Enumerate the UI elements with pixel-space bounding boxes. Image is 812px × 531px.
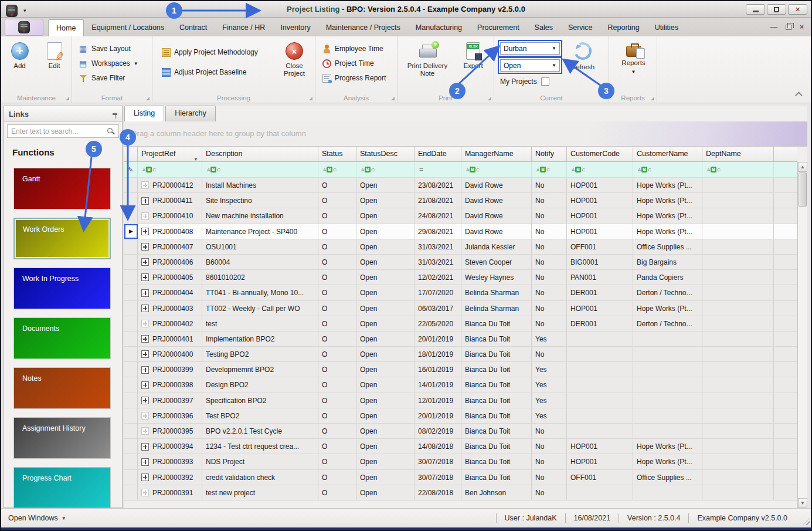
ribbon-tab-equipment-locations[interactable]: Equipment / Locations xyxy=(84,19,172,36)
filter-cell-indicator[interactable]: ✎ xyxy=(124,162,138,178)
table-row-prj0000410[interactable]: PRJ0000410New machine installationOOpen2… xyxy=(124,208,797,224)
table-row-prj0000404[interactable]: PRJ0000404TT041 - Bi-annually, Mono 10..… xyxy=(124,285,797,300)
table-row-prj0000401[interactable]: PRJ0000401Implementation BPO2OOpen20/01/… xyxy=(124,332,797,347)
table-row-prj0000397[interactable]: PRJ0000397Specification BPO2OOpen12/01/2… xyxy=(124,393,797,408)
column-header-notify[interactable]: Notify xyxy=(532,147,567,162)
vertical-scrollbar[interactable]: ▲ ▼ xyxy=(797,162,807,508)
filter-cell-statusdesc[interactable]: ABC xyxy=(356,162,415,178)
table-row-prj0000408[interactable]: ▶PRJ0000408Maintenance Project - SP400OO… xyxy=(124,224,797,239)
collapse-ribbon-icon[interactable] xyxy=(795,92,803,99)
expand-icon[interactable] xyxy=(141,397,149,404)
pin-icon[interactable] xyxy=(113,113,117,115)
expand-icon[interactable] xyxy=(141,212,149,220)
table-row-prj0000396[interactable]: PRJ0000396Test BPO2OOpen20/01/2019Bianca… xyxy=(124,408,797,424)
grid-tab-hierarchy[interactable]: Hierarchy xyxy=(165,106,216,121)
function-button-documents[interactable]: Documents xyxy=(13,317,111,359)
group-by-bar[interactable]: Drag a column header here to group by th… xyxy=(124,121,807,147)
table-row-prj0000391[interactable]: PRJ0000391test new projectOOpen22/08/201… xyxy=(124,485,797,500)
column-header-enddate[interactable]: EndDate xyxy=(415,147,461,162)
scroll-up-icon[interactable]: ▲ xyxy=(798,162,807,172)
table-row-prj0000399[interactable]: PRJ0000399Developmemnt BPO2OOpen16/01/20… xyxy=(124,362,797,377)
expand-icon[interactable] xyxy=(141,366,149,374)
column-header-statusdesc[interactable]: StatusDesc xyxy=(356,147,415,162)
ribbon-tab-inventory[interactable]: Inventory xyxy=(273,19,318,36)
open-windows-button[interactable]: Open Windows ▼ xyxy=(8,514,66,522)
save-layout-button[interactable]: ▦ Save Layout xyxy=(79,43,150,54)
filter-cell-deptname[interactable]: ABC xyxy=(702,162,774,178)
project-time-button[interactable]: Project Time xyxy=(322,58,395,69)
status-dropdown[interactable]: Open ▼ xyxy=(500,59,560,72)
function-button-work-in-progress[interactable]: Work In Progress xyxy=(13,268,111,309)
my-projects-checkbox[interactable] xyxy=(541,77,549,86)
ribbon-tab-contract[interactable]: Contract xyxy=(172,19,215,36)
child-minimize-icon[interactable]: — xyxy=(770,23,777,31)
minimize-button[interactable] xyxy=(746,4,765,15)
table-row-prj0000394[interactable]: PRJ00003941234 - Test ctrt request crea.… xyxy=(124,439,797,454)
filter-cell-customercode[interactable]: ABC xyxy=(567,162,633,178)
table-row-prj0000407[interactable]: PRJ0000407OSU1001OOpen31/03/2021Julanda … xyxy=(124,239,797,255)
column-header-indicator[interactable] xyxy=(124,147,138,162)
region-dropdown[interactable]: Durban ▼ xyxy=(500,42,560,55)
refresh-button[interactable]: Refresh xyxy=(565,40,601,70)
filter-cell-notify[interactable]: ABC xyxy=(532,162,567,178)
export-button[interactable]: Export xyxy=(458,40,488,70)
child-restore-icon[interactable] xyxy=(786,25,791,30)
table-row-prj0000392[interactable]: PRJ0000392credit validation checkOOpen30… xyxy=(124,470,797,485)
expand-icon[interactable] xyxy=(141,243,149,251)
function-button-notes[interactable]: Notes xyxy=(13,367,111,409)
apply-project-methodology-button[interactable]: Apply Project Methodology xyxy=(162,47,276,58)
table-row-prj0000395[interactable]: PRJ0000395BPO v2.2.0.1 Test CycleOOpen08… xyxy=(124,424,797,439)
search-icon[interactable] xyxy=(107,127,115,136)
expand-icon[interactable] xyxy=(141,228,149,235)
expand-icon[interactable] xyxy=(141,381,149,389)
table-row-prj0000412[interactable]: PRJ0000412Install MachinesOOpen23/08/202… xyxy=(124,178,797,193)
function-button-assignment-history[interactable]: Assignment History xyxy=(13,417,111,459)
print-delivery-note-button[interactable]: ? Print Delivery Note xyxy=(405,40,450,77)
expand-icon[interactable] xyxy=(141,427,149,435)
child-close-icon[interactable]: × xyxy=(800,23,804,31)
application-button[interactable] xyxy=(5,19,43,36)
expand-icon[interactable] xyxy=(141,335,149,343)
expand-icon[interactable] xyxy=(141,258,149,266)
expand-icon[interactable] xyxy=(141,458,149,466)
scroll-down-icon[interactable]: ▼ xyxy=(798,498,807,508)
expand-icon[interactable] xyxy=(141,443,149,451)
close-button[interactable]: ✕ xyxy=(788,4,807,15)
function-button-gantt[interactable]: Gantt xyxy=(13,168,111,209)
close-project-button[interactable]: × Close Project xyxy=(276,40,312,77)
ribbon-tab-utilities[interactable]: Utilities xyxy=(647,19,686,36)
edit-button[interactable]: Edit xyxy=(39,40,69,70)
scrollbar-thumb[interactable] xyxy=(799,173,807,207)
expand-icon[interactable] xyxy=(141,350,149,358)
expand-icon[interactable] xyxy=(141,489,149,496)
table-row-prj0000411[interactable]: PRJ0000411Site InspectinoOOpen21/08/2021… xyxy=(124,193,797,208)
ribbon-tab-reporting[interactable]: Reporting xyxy=(600,19,647,36)
progress-report-button[interactable]: Progress Report xyxy=(322,73,395,83)
column-header-customercode[interactable]: CustomerCode xyxy=(567,147,633,162)
resize-grip[interactable] xyxy=(803,518,810,525)
expand-icon[interactable] xyxy=(141,273,149,281)
filter-cell-projectref[interactable]: ABC xyxy=(138,162,202,178)
filter-cell-description[interactable]: ABC xyxy=(202,162,318,178)
table-row-prj0000393[interactable]: PRJ0000393NDS ProjectOOpen30/07/2018Bian… xyxy=(124,454,797,469)
column-header-description[interactable]: Description xyxy=(202,147,318,162)
reports-button[interactable]: Reports ▼ xyxy=(616,40,652,76)
expand-icon[interactable] xyxy=(141,412,149,420)
ribbon-tab-procurement[interactable]: Procurement xyxy=(470,19,527,36)
expand-icon[interactable] xyxy=(141,197,149,205)
expand-icon[interactable] xyxy=(141,289,149,297)
filter-cell-enddate[interactable]: = xyxy=(415,162,461,178)
column-header-customername[interactable]: CustomerName xyxy=(633,147,702,162)
table-row-prj0000405[interactable]: PRJ00004058601010202OOpen12/02/2021Wesle… xyxy=(124,270,797,285)
search-input[interactable] xyxy=(11,127,107,136)
table-row-prj0000398[interactable]: PRJ0000398Design BPO2OOpen14/01/2019Bian… xyxy=(124,377,797,393)
ribbon-tab-service[interactable]: Service xyxy=(560,19,600,36)
function-button-progress-chart[interactable]: Progress Chart xyxy=(13,467,111,508)
column-header-projectref[interactable]: ProjectRef▼ xyxy=(138,147,202,162)
table-row-prj0000406[interactable]: PRJ0000406B60004OOpen31/03/2021Steven Co… xyxy=(124,255,797,270)
column-header-managername[interactable]: ManagerName xyxy=(461,147,532,162)
filter-cell-customername[interactable]: ABC xyxy=(633,162,702,178)
ribbon-tab-manufacturing[interactable]: Manufacturing xyxy=(408,19,470,36)
column-header-status[interactable]: Status xyxy=(318,147,356,162)
add-button[interactable]: + Add xyxy=(5,40,35,70)
